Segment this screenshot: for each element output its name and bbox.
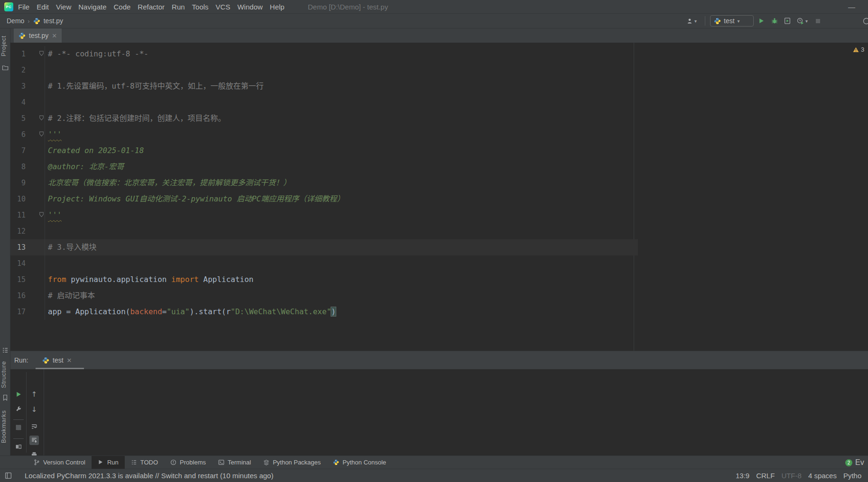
code-line-10[interactable]: 10Project: Windows GUI自动化测试-2-pywinauto …: [10, 191, 868, 207]
code-line-12[interactable]: 12: [10, 223, 868, 239]
scroll-to-end-button[interactable]: [29, 436, 39, 445]
search-icon: [862, 17, 868, 25]
toolwindow-button-run[interactable]: Run: [92, 456, 125, 469]
stop-button: [815, 14, 821, 28]
code-line-9[interactable]: 9北京宏哥（微信搜索：北京宏哥，关注宏哥，提前解锁更多测试干货！）: [10, 175, 868, 191]
menu-item-view[interactable]: View: [56, 3, 71, 11]
code-text: # -*- coding:utf-8 -*-: [48, 49, 148, 58]
menu-item-help[interactable]: Help: [270, 3, 285, 11]
status-crlf[interactable]: CRLF: [756, 472, 775, 480]
code-line-11[interactable]: 11''': [10, 207, 868, 223]
close-icon[interactable]: ✕: [67, 357, 72, 364]
bookmark-icon[interactable]: [2, 394, 9, 401]
left-tool-window-strip: Project Structure Bookmarks: [0, 28, 10, 455]
stripe-button-bookmarks[interactable]: Bookmarks: [0, 403, 10, 450]
warning-count: 3: [861, 46, 864, 53]
code-editor[interactable]: 1# -*- coding:utf-8 -*-23# 1.先设置编码，utf-8…: [10, 43, 868, 351]
close-icon[interactable]: ✕: [52, 32, 57, 39]
status-4-spaces[interactable]: 4 spaces: [808, 472, 837, 480]
menu-item-refactor[interactable]: Refactor: [138, 3, 165, 11]
toolwindow-button-version-control[interactable]: Version Control: [28, 456, 92, 469]
fold-marker-icon[interactable]: [39, 212, 45, 218]
warning-triangle-icon: [853, 47, 859, 53]
stripe-button-structure[interactable]: Structure: [0, 355, 10, 394]
menu-item-navigate[interactable]: Navigate: [78, 3, 106, 11]
line-number: 2: [10, 62, 45, 78]
toolwindow-button-python-packages[interactable]: Python Packages: [257, 456, 327, 469]
code-line-14[interactable]: 14: [10, 255, 868, 272]
code-line-16[interactable]: 16# 启动记事本: [10, 288, 868, 304]
menu-item-tools[interactable]: Tools: [192, 3, 209, 11]
code-line-13[interactable]: 13# 3.导入模块: [10, 239, 868, 255]
event-log-button[interactable]: 2 Ev: [845, 456, 864, 469]
code-line-15[interactable]: 15from pywinauto.application import Appl…: [10, 272, 868, 288]
code-line-6[interactable]: 6''': [10, 127, 868, 143]
toolwindow-button-python-console[interactable]: Python Console: [327, 456, 392, 469]
status-13-9[interactable]: 13:9: [736, 472, 749, 480]
code-line-8[interactable]: 8@author: 北京-宏哥: [10, 159, 868, 175]
next-occurrence-button[interactable]: ↓: [30, 405, 38, 414]
menu-item-code[interactable]: Code: [113, 3, 130, 11]
run-panel-header: Run: test ✕: [10, 351, 868, 369]
rerun-button[interactable]: [14, 390, 23, 399]
status-bar: Localized PyCharm 2021.3.3 is available …: [0, 469, 868, 482]
run-tool-window: Run: test ✕ » ↑ ↓: [10, 351, 868, 455]
code-line-1[interactable]: 1# -*- coding:utf-8 -*-: [10, 46, 868, 62]
line-number: 15: [10, 272, 45, 288]
folder-icon[interactable]: [2, 64, 9, 71]
menu-item-run[interactable]: Run: [172, 3, 185, 11]
fold-marker-icon[interactable]: [39, 115, 45, 121]
run-with-coverage-button[interactable]: [784, 14, 791, 28]
code-line-5[interactable]: 5# 2.注释：包括记录创建时间，创建人，项目名称。: [10, 110, 868, 127]
code-text: ''': [48, 210, 62, 219]
run-configuration-label: test: [724, 17, 735, 25]
run-icon: [98, 459, 104, 465]
menu-item-window[interactable]: Window: [237, 3, 262, 11]
run-panel-title: Run:: [14, 351, 28, 369]
status-message[interactable]: Localized PyCharm 2021.3.3 is available …: [25, 469, 273, 482]
menu-item-file[interactable]: File: [18, 3, 29, 11]
status-pytho[interactable]: Pytho: [843, 472, 861, 480]
pycharm-window: PC FileEditViewNavigateCodeRefactorRunTo…: [0, 0, 868, 482]
menu-item-edit[interactable]: Edit: [37, 3, 49, 11]
toolwindow-button-todo[interactable]: TODO: [125, 456, 164, 469]
code-line-7[interactable]: 7Created on 2025-01-18: [10, 143, 868, 159]
menu-item-vcs[interactable]: VCS: [216, 3, 231, 11]
coverage-icon: [784, 18, 791, 24]
fold-marker-icon[interactable]: [39, 131, 45, 137]
run-console[interactable]: [44, 369, 868, 455]
todo-icon: [131, 459, 137, 465]
terminal-icon: [218, 459, 224, 465]
collaborate-button[interactable]: ▾: [687, 14, 697, 28]
toolbar-right: ▾ test ▾ ▾: [0, 14, 868, 28]
edit-configuration-button[interactable]: [14, 405, 23, 414]
toolwindow-button-problems[interactable]: Problems: [164, 456, 212, 469]
restore-layout-button[interactable]: [14, 442, 23, 451]
run-button[interactable]: [758, 14, 765, 28]
line-number: 3: [10, 78, 45, 94]
code-line-2[interactable]: 2: [10, 62, 868, 78]
code-line-3[interactable]: 3# 1.先设置编码，utf-8可支持中英文，如上，一般放在第一行: [10, 78, 868, 94]
code-line-4[interactable]: 4: [10, 94, 868, 110]
inspections-widget[interactable]: 3: [853, 46, 864, 53]
run-configuration-select[interactable]: test ▾: [710, 15, 754, 27]
profiler-button[interactable]: ▾: [797, 14, 808, 28]
toolwindow-button-terminal[interactable]: Terminal: [212, 456, 257, 469]
fold-marker-icon[interactable]: [39, 51, 45, 56]
stripe-button-project[interactable]: Project: [0, 30, 10, 62]
search-everywhere-button[interactable]: [862, 14, 868, 28]
chevron-down-icon: ▾: [805, 18, 808, 24]
run-tab-test[interactable]: test ✕: [36, 351, 78, 369]
minimize-button[interactable]: —: [848, 0, 855, 14]
code-text: ''': [48, 130, 62, 139]
window-icon[interactable]: [5, 472, 12, 479]
code-line-17[interactable]: 17app = Application(backend="uia").start…: [10, 304, 868, 320]
prev-occurrence-button[interactable]: ↑: [30, 390, 38, 399]
structure-icon[interactable]: [2, 347, 9, 354]
soft-wrap-button[interactable]: [30, 422, 38, 431]
line-number: 14: [10, 255, 45, 272]
debug-button[interactable]: [771, 14, 778, 28]
title-bar: PC FileEditViewNavigateCodeRefactorRunTo…: [0, 0, 868, 14]
status-utf-8[interactable]: UTF-8: [781, 472, 802, 480]
editor-tab-testpy[interactable]: test.py ✕: [14, 28, 62, 43]
